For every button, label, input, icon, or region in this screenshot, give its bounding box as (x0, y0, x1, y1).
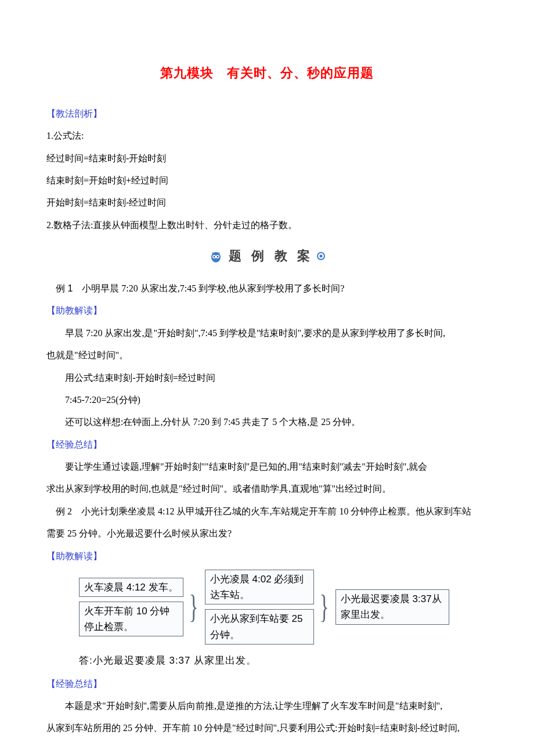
owl-icon (209, 250, 223, 264)
example-1-label: 例 1 (56, 283, 73, 293)
method-line: 结束时刻=开始时刻+经过时间 (46, 170, 488, 192)
section-label-summary-2: 【经验总结】 (46, 673, 488, 695)
summary-line: 本题是求"开始时刻",需要从后向前推,是逆推的方法,让学生理解了火车发车时间是"… (46, 695, 488, 717)
section-label-summary-1: 【经验总结】 (46, 434, 488, 456)
method-line: 1.公式法: (46, 125, 488, 147)
method-line: 2.数格子法:直接从钟面模型上数出时针、分针走过的格子数。 (46, 214, 488, 236)
page-title: 第九模块 有关时、分、秒的应用题 (46, 58, 488, 89)
example-1-heading: 例 1 小明早晨 7:20 从家出发,7:45 到学校,他从家到学校用了多长时间… (46, 278, 488, 300)
example-2-label: 例 2 (56, 506, 72, 516)
answer-line: 答:小光最迟要凌晨 3:37 从家里出发。 (79, 649, 488, 673)
brace-icon: } (189, 591, 198, 623)
document-page: 第九模块 有关时、分、秒的应用题 【教法剖析】 1.公式法: 经过时间=结束时刻… (0, 0, 534, 756)
method-line: 开始时刻=结束时刻-经过时间 (46, 192, 488, 214)
explain-line: 早晨 7:20 从家出发,是"开始时刻",7:45 到学校是"结束时刻",要求的… (46, 322, 488, 344)
example-2-text: 小光计划乘坐凌晨 4:12 从甲城开往乙城的火车,车站规定开车前 10 分钟停止… (72, 506, 471, 516)
summary-line: 求出从家到学校用的时间,也就是"经过时间"。或者借助学具,直观地"算"出经过时间… (46, 478, 488, 500)
reasoning-diagram: 火车凌晨 4:12 发车。 火车开车前 10 分钟停止检票。 } 小光凌晨 4:… (79, 570, 488, 645)
example-1-text: 小明早晨 7:20 从家出发,7:45 到学校,他从家到学校用了多长时间? (73, 283, 344, 293)
diagram-group-1: 火车凌晨 4:12 发车。 火车开车前 10 分钟停止检票。 } (79, 578, 201, 637)
brace-icon: } (319, 591, 329, 623)
explain-line: 还可以这样想:在钟面上,分针从 7:20 到 7:45 共走了 5 个大格,是 … (46, 411, 488, 433)
diagram-box: 小光最迟要凌晨 3:37从家里出发。 (335, 589, 449, 624)
svg-point-3 (214, 255, 215, 257)
explain-line: 用公式:结束时刻-开始时刻=经过时间 (46, 367, 488, 389)
diagram-box: 小光从家到车站要 25分钟。 (205, 609, 314, 644)
summary-line: 要让学生通过读题,理解"开始时刻""结束时刻"是已知的,用"结束时刻"减去"开始… (46, 456, 488, 478)
example-2-text-2: 需要 25 分钟。小光最迟要什么时候从家出发? (46, 523, 488, 545)
diagram-box: 火车凌晨 4:12 发车。 (79, 578, 183, 597)
section-banner: 题 例 教 案 (46, 241, 488, 272)
diagram-group-2: 小光凌晨 4:02 必须到达车站。 小光从家到车站要 25分钟。 } (205, 570, 332, 645)
explain-line: 7:45-7:20=25(分钟) (46, 389, 488, 411)
banner-text: 题 例 教 案 (229, 241, 314, 272)
dot-icon (317, 241, 325, 272)
summary-line: 从家到车站所用的 25 分钟、开车前 10 分钟是"经过时间",只要利用公式:开… (46, 717, 488, 739)
diagram-box: 小光凌晨 4:02 必须到达车站。 (205, 570, 314, 604)
example-2-heading: 例 2 小光计划乘坐凌晨 4:12 从甲城开往乙城的火车,车站规定开车前 10 … (46, 501, 488, 523)
section-label-explain-1: 【助教解读】 (46, 300, 488, 322)
diagram-box: 火车开车前 10 分钟停止检票。 (79, 602, 183, 636)
svg-point-7 (320, 255, 323, 258)
section-label-method: 【教法剖析】 (46, 103, 488, 125)
svg-point-4 (217, 255, 218, 257)
banner-title: 题 例 教 案 (229, 241, 326, 272)
method-line: 经过时间=结束时刻-开始时刻 (46, 147, 488, 170)
section-label-explain-2: 【助教解读】 (46, 545, 488, 567)
explain-line: 也就是"经过时间"。 (46, 344, 488, 366)
section-teaching-method: 【教法剖析】 1.公式法: 经过时间=结束时刻-开始时刻 结束时刻=开始时刻+经… (46, 103, 488, 236)
